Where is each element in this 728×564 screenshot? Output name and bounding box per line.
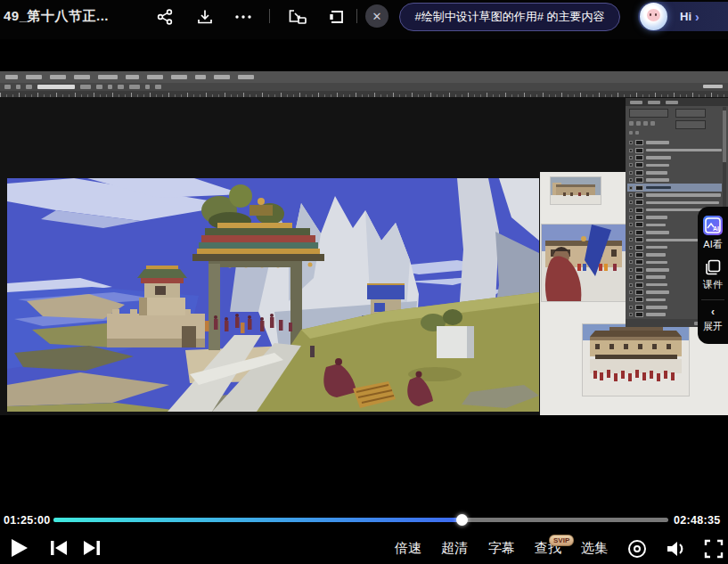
ps-menu-item[interactable]: [5, 75, 18, 79]
reference-photo-snow-village: [551, 177, 601, 204]
avatar: [640, 3, 667, 30]
video-title: 49_第十八节正...: [4, 8, 109, 25]
ai-watch-icon[interactable]: AI: [703, 216, 723, 235]
course-side-panel: AI AI看 课件 ‹ 展开: [698, 207, 728, 344]
chevron-right-icon: ›: [695, 10, 699, 24]
blend-mode-dropdown[interactable]: [629, 109, 668, 118]
play-icon[interactable]: [9, 537, 29, 562]
video-content-area[interactable]: [0, 39, 728, 508]
progress-thumb[interactable]: [456, 514, 468, 526]
total-time: 02:48:35: [674, 514, 720, 527]
speed-button[interactable]: 倍速: [395, 540, 421, 557]
ps-menu-item[interactable]: [214, 75, 230, 79]
assistant-greeting: Hi: [680, 10, 691, 23]
ai-watch-label[interactable]: AI看: [703, 238, 722, 251]
courseware-icon[interactable]: [705, 259, 721, 275]
ps-menu-item[interactable]: [98, 75, 118, 79]
top-bar: 49_第十八节正... ✕ #绘制中设计草图的作用# 的主要内容: [0, 0, 728, 39]
svg-text:AI: AI: [713, 225, 719, 232]
ps-ruler: [0, 91, 728, 97]
ps-tool-icon[interactable]: [80, 85, 91, 89]
subtitle-button[interactable]: 字幕: [488, 540, 515, 557]
fill-field[interactable]: [675, 120, 706, 129]
dock-window-icon[interactable]: [323, 5, 347, 29]
ps-layer-row[interactable]: [627, 139, 722, 146]
picture-in-picture-icon[interactable]: [286, 5, 309, 29]
ps-menu-item[interactable]: [171, 75, 187, 79]
assistant-pill[interactable]: Hi ›: [638, 2, 728, 31]
ps-options-bar: [0, 83, 728, 91]
ps-menu-item[interactable]: [74, 75, 90, 79]
ps-menu-item[interactable]: [50, 75, 66, 79]
ps-option-input[interactable]: [37, 85, 75, 89]
ps-layer-row[interactable]: [627, 146, 722, 153]
close-icon[interactable]: ✕: [365, 4, 389, 28]
ps-layer-row[interactable]: [627, 154, 722, 161]
progress-fill: [53, 518, 462, 522]
ps-menu-item[interactable]: [238, 75, 254, 79]
previous-icon[interactable]: [49, 539, 69, 560]
download-icon[interactable]: [193, 5, 217, 29]
ps-tool-icon[interactable]: [4, 85, 11, 89]
next-icon[interactable]: [82, 539, 102, 560]
share-icon[interactable]: [153, 5, 176, 29]
ps-tool-icon[interactable]: [145, 85, 150, 89]
ps-tool-icon[interactable]: [129, 85, 140, 89]
reference-photo-temple-monks: [583, 324, 689, 396]
ps-menu-bar: [0, 71, 728, 83]
panel-divider: [701, 299, 724, 300]
ps-canvas-painting: [7, 178, 539, 412]
fullscreen-icon[interactable]: [704, 539, 724, 562]
ps-tool-icon[interactable]: [155, 85, 161, 89]
quality-button[interactable]: 超清: [441, 540, 468, 557]
more-icon[interactable]: [232, 5, 255, 29]
ps-layer-row[interactable]: [627, 161, 722, 168]
expand-label[interactable]: 展开: [703, 320, 723, 333]
settings-icon[interactable]: [626, 538, 648, 563]
topic-search-pill[interactable]: #绘制中设计草图的作用# 的主要内容: [399, 3, 620, 31]
progress-bar[interactable]: [53, 518, 668, 522]
topbar-divider: [356, 9, 357, 23]
topbar-divider: [269, 9, 270, 23]
ps-menu-item[interactable]: [147, 75, 163, 79]
current-time: 01:25:00: [4, 514, 50, 527]
ps-workspace-label[interactable]: [703, 85, 723, 88]
volume-icon[interactable]: [665, 538, 688, 563]
ps-layer-row[interactable]: [627, 169, 722, 176]
collapse-chevron-icon[interactable]: ‹: [711, 306, 715, 318]
ps-tool-icon[interactable]: [108, 85, 112, 89]
ps-tool-icon[interactable]: [16, 85, 20, 89]
ps-layer-row[interactable]: [627, 176, 722, 184]
ps-layer-row[interactable]: [627, 192, 722, 199]
ps-menu-items: [5, 75, 254, 79]
opacity-field[interactable]: [675, 109, 706, 118]
ps-layer-row[interactable]: [627, 184, 722, 191]
ps-tool-icon[interactable]: [96, 85, 102, 89]
episodes-button[interactable]: 选集: [581, 540, 608, 557]
ps-menu-item[interactable]: [26, 75, 42, 79]
ps-tool-icon[interactable]: [118, 85, 124, 89]
video-player-window: 49_第十八节正... ✕ #绘制中设计草图的作用# 的主要内容: [0, 0, 728, 564]
ps-panel-tabs[interactable]: [626, 98, 728, 106]
ps-menu-item[interactable]: [126, 75, 139, 79]
reference-photo-monk-flag: [542, 225, 626, 301]
ps-tool-icon[interactable]: [26, 85, 32, 89]
ps-layer-row[interactable]: [627, 199, 722, 206]
courseware-label[interactable]: 课件: [703, 278, 723, 291]
ps-menu-item[interactable]: [195, 75, 206, 79]
svip-badge: SVIP: [549, 535, 574, 546]
